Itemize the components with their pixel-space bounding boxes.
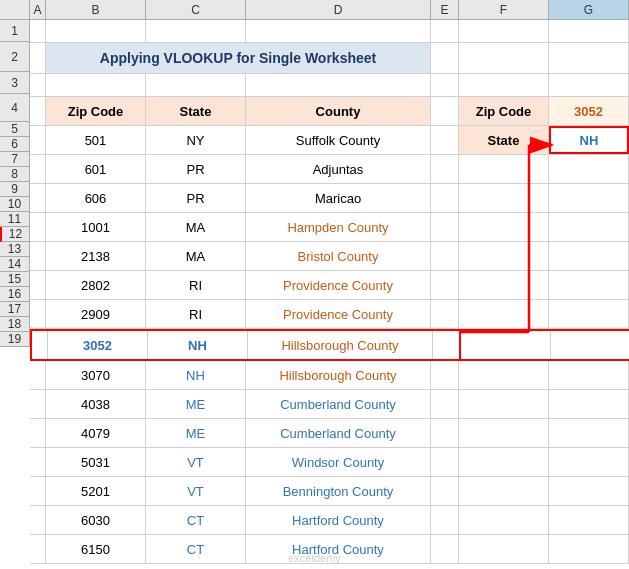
cell-g2[interactable] [549, 43, 629, 73]
cell-f11[interactable] [459, 300, 549, 328]
cell-g11[interactable] [549, 300, 629, 328]
cell-b17[interactable]: 5201 [46, 477, 146, 505]
cell-b10[interactable]: 2802 [46, 271, 146, 299]
cell-f18[interactable] [459, 506, 549, 534]
cell-a16[interactable] [30, 448, 46, 476]
cell-c7[interactable]: PR [146, 184, 246, 212]
cell-a17[interactable] [30, 477, 46, 505]
cell-a12[interactable] [32, 331, 48, 359]
cell-a19[interactable] [30, 535, 46, 563]
cell-g9[interactable] [549, 242, 629, 270]
cell-c5[interactable]: NY [146, 126, 246, 154]
cell-b12[interactable]: 3052 [48, 331, 148, 359]
cell-g6[interactable] [549, 155, 629, 183]
cell-d8[interactable]: Hampden County [246, 213, 431, 241]
cell-c18[interactable]: CT [146, 506, 246, 534]
cell-c9[interactable]: MA [146, 242, 246, 270]
cell-e15[interactable] [431, 419, 459, 447]
cell-g14[interactable] [549, 390, 629, 418]
cell-e18[interactable] [431, 506, 459, 534]
cell-c10[interactable]: RI [146, 271, 246, 299]
cell-c14[interactable]: ME [146, 390, 246, 418]
cell-d7[interactable]: Maricao [246, 184, 431, 212]
cell-f8[interactable] [459, 213, 549, 241]
cell-f7[interactable] [459, 184, 549, 212]
cell-d1[interactable] [246, 20, 431, 42]
cell-f2[interactable] [459, 43, 549, 73]
cell-f17[interactable] [459, 477, 549, 505]
cell-c17[interactable]: VT [146, 477, 246, 505]
cell-d3[interactable] [246, 74, 431, 96]
cell-e7[interactable] [431, 184, 459, 212]
cell-a14[interactable] [30, 390, 46, 418]
cell-c11[interactable]: RI [146, 300, 246, 328]
cell-d18[interactable]: Hartford County [246, 506, 431, 534]
cell-f19[interactable] [459, 535, 549, 563]
cell-d6[interactable]: Adjuntas [246, 155, 431, 183]
cell-f10[interactable] [459, 271, 549, 299]
cell-b16[interactable]: 5031 [46, 448, 146, 476]
cell-e1[interactable] [431, 20, 459, 42]
cell-e13[interactable] [431, 361, 459, 389]
lookup-state-value[interactable]: NH [549, 126, 629, 154]
cell-b7[interactable]: 606 [46, 184, 146, 212]
cell-f1[interactable] [459, 20, 549, 42]
cell-g3[interactable] [549, 74, 629, 96]
cell-f14[interactable] [459, 390, 549, 418]
cell-b9[interactable]: 2138 [46, 242, 146, 270]
cell-a13[interactable] [30, 361, 46, 389]
cell-e2[interactable] [431, 43, 459, 73]
cell-a8[interactable] [30, 213, 46, 241]
cell-b1[interactable] [46, 20, 146, 42]
cell-d12[interactable]: Hillsborough County [248, 331, 433, 359]
cell-a9[interactable] [30, 242, 46, 270]
cell-b13[interactable]: 3070 [46, 361, 146, 389]
cell-c16[interactable]: VT [146, 448, 246, 476]
cell-d5[interactable]: Suffolk County [246, 126, 431, 154]
cell-b15[interactable]: 4079 [46, 419, 146, 447]
cell-b19[interactable]: 6150 [46, 535, 146, 563]
cell-e8[interactable] [431, 213, 459, 241]
cell-g18[interactable] [549, 506, 629, 534]
cell-e6[interactable] [431, 155, 459, 183]
cell-e14[interactable] [431, 390, 459, 418]
cell-b11[interactable]: 2909 [46, 300, 146, 328]
cell-c12[interactable]: NH [148, 331, 248, 359]
cell-b18[interactable]: 6030 [46, 506, 146, 534]
cell-a1[interactable] [30, 20, 46, 42]
cell-c8[interactable]: MA [146, 213, 246, 241]
cell-e5[interactable] [431, 126, 459, 154]
cell-c19[interactable]: CT [146, 535, 246, 563]
cell-b8[interactable]: 1001 [46, 213, 146, 241]
cell-g8[interactable] [549, 213, 629, 241]
cell-e16[interactable] [431, 448, 459, 476]
cell-a5[interactable] [30, 126, 46, 154]
cell-e3[interactable] [431, 74, 459, 96]
cell-f12[interactable] [461, 331, 551, 359]
cell-g15[interactable] [549, 419, 629, 447]
cell-b6[interactable]: 601 [46, 155, 146, 183]
cell-c3[interactable] [146, 74, 246, 96]
cell-a18[interactable] [30, 506, 46, 534]
lookup-zip-value[interactable]: 3052 [549, 97, 629, 125]
cell-d14[interactable]: Cumberland County [246, 390, 431, 418]
cell-a7[interactable] [30, 184, 46, 212]
cell-g7[interactable] [549, 184, 629, 212]
cell-g12[interactable] [551, 331, 629, 359]
cell-f13[interactable] [459, 361, 549, 389]
cell-e19[interactable] [431, 535, 459, 563]
cell-a10[interactable] [30, 271, 46, 299]
cell-d13[interactable]: Hillsborough County [246, 361, 431, 389]
cell-a4[interactable] [30, 97, 46, 125]
cell-f9[interactable] [459, 242, 549, 270]
cell-a6[interactable] [30, 155, 46, 183]
cell-e4[interactable] [431, 97, 459, 125]
cell-g1[interactable] [549, 20, 629, 42]
cell-g19[interactable] [549, 535, 629, 563]
cell-a15[interactable] [30, 419, 46, 447]
cell-f15[interactable] [459, 419, 549, 447]
cell-d10[interactable]: Providence County [246, 271, 431, 299]
cell-f3[interactable] [459, 74, 549, 96]
cell-f6[interactable] [459, 155, 549, 183]
cell-e10[interactable] [431, 271, 459, 299]
